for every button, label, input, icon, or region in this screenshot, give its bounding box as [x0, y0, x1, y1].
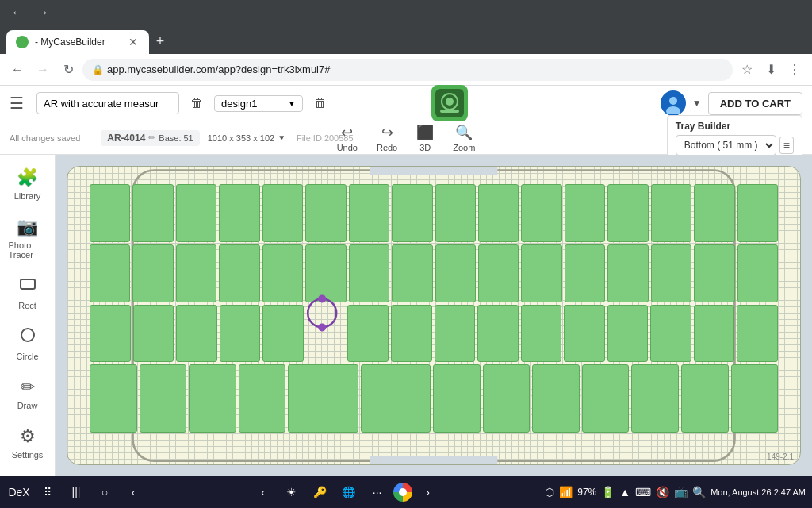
foam-cell[interactable]	[565, 184, 605, 242]
foam-cell[interactable]	[631, 364, 679, 433]
foam-cell[interactable]	[651, 184, 691, 242]
wifi-icon[interactable]: 📶	[559, 486, 573, 498]
threed-action[interactable]: ⬛ 3D	[416, 124, 434, 152]
active-tab[interactable]: - MyCaseBuilder ✕	[6, 30, 149, 54]
taskbar-grid[interactable]: ⠿	[35, 479, 60, 505]
foam-cell[interactable]	[681, 364, 729, 433]
foam-cell[interactable]	[477, 305, 519, 363]
foam-cell[interactable]	[694, 305, 735, 363]
redo-action[interactable]: ↪ Redo	[377, 124, 397, 152]
sidebar-item-settings[interactable]: ⚙ Settings	[4, 420, 52, 466]
foam-cell[interactable]	[731, 364, 779, 433]
taskbar-back[interactable]: ‹	[121, 479, 146, 505]
url-field[interactable]: 🔒 app.mycasebuilder.com/app?design=trk3l…	[82, 59, 733, 81]
reload-button[interactable]: ↻	[57, 59, 79, 81]
foam-cell[interactable]	[607, 244, 648, 302]
foam-cell[interactable]	[478, 244, 519, 302]
bookmark-button[interactable]: ☆	[736, 59, 758, 81]
sidebar-item-rect[interactable]: Rect	[4, 269, 52, 317]
foam-cell[interactable]	[90, 184, 130, 242]
foam-cell[interactable]	[90, 305, 131, 363]
design-dropdown-arrow[interactable]: ▼	[288, 99, 296, 108]
taskbar-chevron-left[interactable]: ‹	[251, 479, 276, 505]
foam-cell[interactable]	[694, 244, 734, 302]
foam-cell[interactable]	[349, 244, 389, 302]
delete-design-button[interactable]: 🗑	[309, 94, 331, 112]
foam-cell[interactable]	[478, 184, 519, 242]
back-button[interactable]: ←	[6, 2, 29, 24]
taskbar-dex[interactable]: DeX	[6, 479, 32, 505]
foam-cell[interactable]	[262, 305, 304, 363]
foam-cell[interactable]	[650, 305, 691, 363]
foam-cell[interactable]	[391, 305, 432, 363]
foam-cell[interactable]	[347, 305, 389, 363]
foam-cell[interactable]	[189, 364, 236, 433]
foam-cell[interactable]	[305, 244, 346, 302]
foam-cell[interactable]	[239, 364, 286, 433]
delete-ar-button[interactable]: 🗑	[186, 94, 208, 112]
forward-nav-button[interactable]: →	[32, 59, 54, 81]
foam-cell[interactable]	[435, 244, 476, 302]
foam-cell[interactable]	[392, 184, 432, 242]
foam-cell[interactable]	[262, 184, 303, 242]
add-to-cart-button[interactable]: ADD TO CART	[708, 92, 802, 115]
taskbar-circle[interactable]: ○	[92, 479, 117, 505]
foam-cell[interactable]	[737, 244, 778, 302]
foam-cell[interactable]	[435, 305, 476, 363]
foam-cell[interactable]	[133, 305, 174, 363]
design-info-dropdown[interactable]: AR-4014 ✏ Base: 51	[101, 130, 199, 146]
foam-cell[interactable]	[220, 305, 261, 363]
taskbar-sun[interactable]: ☀	[279, 479, 304, 505]
sound-icon[interactable]: 🔇	[656, 486, 669, 498]
undo-action[interactable]: ↩ Undo	[337, 124, 358, 152]
download-button[interactable]: ⬇	[760, 59, 782, 81]
foam-cell[interactable]	[219, 184, 259, 242]
dimensions-dropdown[interactable]: ▼	[278, 133, 285, 142]
foam-cell[interactable]	[435, 184, 476, 242]
foam-cell[interactable]	[288, 364, 358, 433]
foam-cell[interactable]	[90, 244, 130, 302]
foam-cell[interactable]	[433, 364, 481, 433]
foam-cell[interactable]	[564, 305, 605, 363]
foam-cell[interactable]	[305, 184, 346, 242]
search-icon[interactable]: 🔍	[692, 486, 706, 498]
ar-input[interactable]	[36, 92, 179, 114]
foam-cell[interactable]	[132, 184, 173, 242]
foam-cell[interactable]	[565, 244, 605, 302]
forward-button[interactable]: →	[32, 2, 54, 24]
foam-cell[interactable]	[582, 364, 630, 433]
foam-cell[interactable]	[532, 364, 580, 433]
foam-cell[interactable]	[176, 305, 217, 363]
foam-cell[interactable]	[361, 364, 431, 433]
zoom-action[interactable]: 🔍 Zoom	[453, 124, 475, 152]
foam-cell[interactable]	[483, 364, 530, 433]
more-button[interactable]: ⋮	[783, 59, 806, 81]
back-nav-button[interactable]: ←	[6, 59, 29, 81]
foam-cell[interactable]	[132, 244, 173, 302]
foam-cell[interactable]	[607, 305, 649, 363]
new-tab-button[interactable]: +	[149, 30, 171, 52]
dropdown-arrow-avatar[interactable]: ▼	[692, 98, 702, 109]
taskbar-key[interactable]: 🔑	[308, 479, 333, 505]
foam-cell[interactable]	[262, 244, 303, 302]
sidebar-item-photo-tracer[interactable]: 📷 Photo Tracer	[4, 210, 52, 266]
taskbar-lines[interactable]: |||	[63, 479, 89, 505]
user-avatar[interactable]	[661, 90, 686, 116]
foam-cell[interactable]	[90, 364, 137, 433]
foam-cell[interactable]	[349, 184, 389, 242]
foam-cell[interactable]	[176, 184, 216, 242]
sidebar-item-library[interactable]: 🧩 Library	[4, 161, 52, 207]
edit-icon[interactable]: ✏	[148, 133, 155, 143]
tray-bottom-select[interactable]: Bottom ( 51 mm )	[676, 135, 776, 156]
foam-cell[interactable]	[219, 244, 259, 302]
chrome-icon[interactable]	[393, 483, 412, 502]
bluetooth-icon[interactable]: ⬡	[545, 486, 554, 498]
foam-cell[interactable]	[737, 305, 778, 363]
foam-cell[interactable]	[521, 305, 562, 363]
foam-cell[interactable]	[607, 184, 648, 242]
taskbar-globe[interactable]: 🌐	[336, 479, 362, 505]
design-name-input[interactable]	[221, 98, 285, 110]
foam-cell[interactable]	[521, 184, 561, 242]
notifications-icon[interactable]: ▲	[619, 486, 630, 498]
hamburger-menu[interactable]: ☰	[10, 94, 24, 113]
